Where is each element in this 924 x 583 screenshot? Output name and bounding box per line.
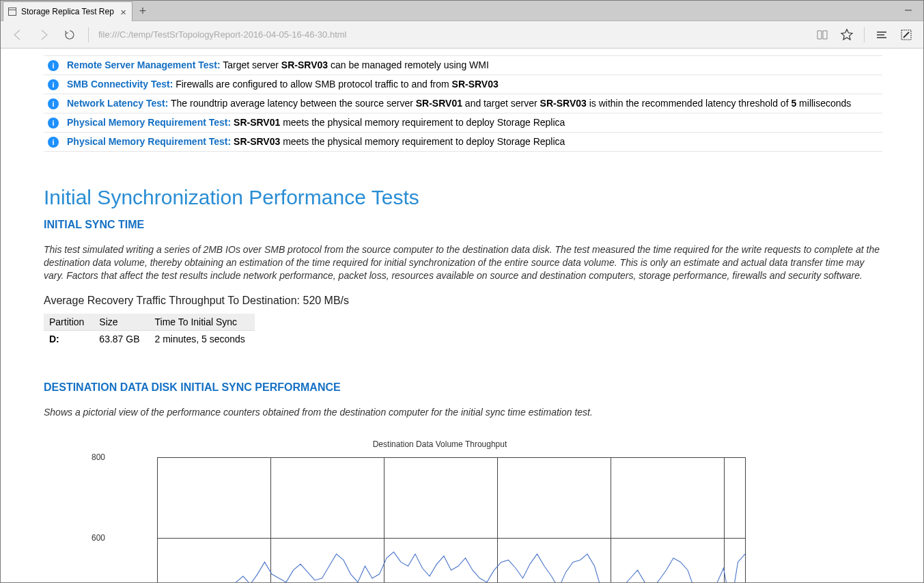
test-description: Physical Memory Requirement Test: SR-SRV…	[63, 113, 882, 133]
throughput-chart: 800 600	[112, 457, 768, 582]
test-name: SMB Connectivity Test:	[67, 79, 173, 90]
info-icon: i	[48, 60, 59, 71]
test-row	[44, 49, 882, 56]
hub-button[interactable]	[870, 23, 893, 46]
reading-view-button[interactable]	[811, 23, 834, 46]
chart-title: Destination Data Volume Throughput	[112, 439, 768, 449]
test-row: iRemote Server Management Test: Target s…	[44, 56, 882, 75]
test-name: Network Latency Test:	[67, 98, 168, 109]
test-description: Remote Server Management Test: Target se…	[63, 56, 882, 75]
window-controls	[893, 1, 923, 20]
webnote-button[interactable]	[895, 23, 918, 46]
test-results-table: iRemote Server Management Test: Target s…	[44, 49, 882, 152]
tab-strip: Storage Replica Test Rep × +	[3, 1, 153, 21]
browser-tab[interactable]: Storage Replica Test Rep ×	[3, 1, 132, 21]
ytick-800: 800	[92, 452, 105, 462]
partition-table: Partition Size Time To Initial Sync D: 6…	[44, 314, 255, 347]
address-bar[interactable]: file:///C:/temp/TestSrTopologyReport-201…	[96, 27, 808, 42]
refresh-button[interactable]	[58, 23, 81, 46]
cell-partition: D:	[44, 330, 94, 347]
dest-perf-description: Shows a pictorial view of the performanc…	[44, 406, 882, 419]
test-name: Physical Memory Requirement Test:	[67, 117, 231, 128]
test-description: SMB Connectivity Test: Firewalls are con…	[63, 75, 882, 94]
info-icon: i	[48, 118, 59, 128]
col-partition: Partition	[44, 314, 94, 331]
subsection-dest-perf: DESTINATION DATA DISK INITIAL SYNC PERFO…	[44, 381, 882, 394]
test-row: iPhysical Memory Requirement Test: SR-SR…	[44, 113, 882, 133]
test-name: Physical Memory Requirement Test:	[67, 136, 231, 147]
col-size: Size	[94, 314, 149, 331]
section-title: Initial Synchronization Performance Test…	[44, 186, 882, 209]
minimize-button[interactable]	[893, 1, 923, 20]
test-name: Remote Server Management Test:	[67, 59, 221, 70]
test-row: iNetwork Latency Test: The roundtrip ave…	[44, 94, 882, 113]
toolbar: file:///C:/temp/TestSrTopologyReport-201…	[1, 21, 923, 49]
forward-button[interactable]	[32, 23, 55, 46]
browser-window: Storage Replica Test Rep × + file:///C:/…	[0, 0, 924, 583]
test-description: Network Latency Test: The roundtrip aver…	[63, 94, 882, 113]
favorite-button[interactable]	[835, 23, 858, 46]
subsection-initial-sync: INITIAL SYNC TIME	[44, 219, 882, 231]
tab-title: Storage Replica Test Rep	[21, 7, 115, 16]
separator	[864, 27, 865, 42]
info-icon: i	[48, 79, 59, 90]
col-time: Time To Initial Sync	[150, 314, 255, 331]
page-icon	[8, 7, 17, 16]
throughput-summary: Average Recovery Traffic Throughput To D…	[44, 295, 882, 307]
title-bar: Storage Replica Test Rep × +	[1, 1, 923, 21]
back-button[interactable]	[6, 23, 29, 46]
chart-line	[157, 457, 745, 582]
svg-rect-0	[9, 8, 16, 16]
test-row: iSMB Connectivity Test: Firewalls are co…	[44, 75, 882, 94]
ytick-600: 600	[92, 533, 105, 543]
separator	[88, 27, 89, 42]
cell-size: 63.87 GB	[94, 330, 149, 347]
cell-time: 2 minutes, 5 seconds	[150, 330, 255, 347]
vgrid	[745, 457, 746, 582]
test-row: iPhysical Memory Requirement Test: SR-SR…	[44, 133, 882, 152]
info-icon: i	[48, 137, 59, 148]
initial-sync-description: This test simulated writing a series of …	[44, 243, 882, 282]
info-icon: i	[48, 98, 59, 109]
new-tab-button[interactable]: +	[132, 1, 153, 21]
chart-container: Destination Data Volume Throughput 800 6…	[44, 439, 882, 582]
page-content[interactable]: iRemote Server Management Test: Target s…	[1, 49, 923, 582]
close-icon[interactable]: ×	[119, 6, 128, 18]
test-description: Physical Memory Requirement Test: SR-SRV…	[63, 133, 882, 152]
